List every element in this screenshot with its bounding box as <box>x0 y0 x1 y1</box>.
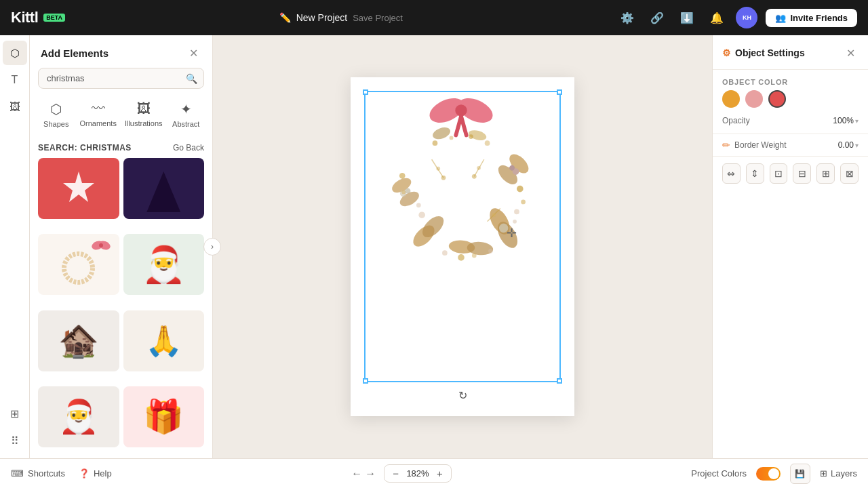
sidebar-title: Add Elements <box>41 47 108 59</box>
handle-top-left[interactable] <box>363 89 368 95</box>
search-result-label: SEARCH: CHRISTMAS <box>38 143 132 152</box>
nav-arrows: ← → <box>351 468 376 480</box>
go-back-button[interactable]: Go Back <box>173 143 204 152</box>
handle-bottom-right[interactable] <box>557 378 562 384</box>
distribute-tool-btn[interactable]: ⊠ <box>840 163 859 184</box>
pencil-icon: ✏️ <box>279 12 291 23</box>
svg-point-22 <box>521 200 526 205</box>
abstract-tab[interactable]: ✦ Abstract <box>168 96 204 134</box>
settings-icon-btn[interactable]: ⚙️ <box>616 7 638 28</box>
border-weight-row: ✏ Border Weight 0.00 ▾ <box>713 134 868 156</box>
wreath-element <box>370 84 553 281</box>
more-rail-btn[interactable]: ⠿ <box>3 428 27 453</box>
illustrations-tab[interactable]: 🖼 Illustrations <box>122 96 165 134</box>
right-sidebar-title: ⚙ Object Settings <box>722 47 805 58</box>
help-icon: ❓ <box>79 468 90 479</box>
nav-right-icon[interactable]: → <box>365 468 376 480</box>
invite-friends-button[interactable]: 👥 Invite Friends <box>766 9 857 27</box>
notification-icon-btn[interactable]: 🔔 <box>706 7 728 28</box>
svg-point-16 <box>485 140 490 146</box>
color-swatch-1[interactable] <box>722 90 740 108</box>
list-item[interactable]: 🎅 <box>123 234 205 295</box>
list-item[interactable] <box>123 158 205 219</box>
project-colors-toggle[interactable] <box>756 467 781 481</box>
save-colors-button[interactable]: 💾 <box>790 464 810 484</box>
layers-icon: ⊞ <box>820 468 827 479</box>
svg-point-15 <box>469 134 473 139</box>
left-sidebar: Add Elements ✕ 🔍 ⬡ Shapes 〰 Ornaments 🖼 … <box>30 35 213 458</box>
border-weight-label: ✏ Border Weight <box>722 140 786 150</box>
shortcuts-label: Shortcuts <box>28 468 65 479</box>
search-input[interactable] <box>38 68 204 89</box>
border-weight-value: 0.00 ▾ <box>838 140 859 150</box>
project-name[interactable]: New Project <box>296 12 347 23</box>
chimney-element: 🏚️ <box>58 325 99 357</box>
flip-v-tool-btn[interactable]: ⇕ <box>746 163 764 184</box>
download-icon-btn[interactable]: ⬇️ <box>676 7 698 28</box>
nav-left-icon[interactable]: ← <box>351 468 362 480</box>
handle-bottom-left[interactable] <box>363 378 368 384</box>
svg-point-43 <box>472 174 477 179</box>
zoom-out-button[interactable]: − <box>391 468 400 479</box>
canvas-area[interactable]: ↻ <box>213 35 712 458</box>
topbar: Kittl BETA ✏️ New Project Save Project ⚙… <box>0 0 868 35</box>
right-sidebar-close-button[interactable]: ✕ <box>842 45 859 61</box>
align-h-tool-btn[interactable]: ⊟ <box>793 163 811 184</box>
svg-point-51 <box>513 220 517 224</box>
keyboard-icon: ⌨ <box>11 468 24 479</box>
shortcuts-link[interactable]: ⌨ Shortcuts <box>11 468 65 479</box>
svg-point-50 <box>514 209 519 215</box>
list-item[interactable]: 🏚️ <box>38 310 119 371</box>
text-rail-btn[interactable]: T <box>3 68 27 92</box>
svg-point-39 <box>436 167 440 171</box>
canvas-white[interactable]: ↻ <box>351 77 574 416</box>
share-icon-btn[interactable]: 🔗 <box>646 7 668 28</box>
save-project-link[interactable]: Save Project <box>353 13 403 23</box>
gift-element: 🎁 <box>143 401 184 433</box>
svg-point-13 <box>433 140 438 146</box>
icon-rail: ⬡ T 🖼 ⊞ ⠿ <box>0 35 30 458</box>
graphics-rail-btn[interactable]: 🖼 <box>3 95 27 119</box>
nativity-element: 🙏 <box>145 326 182 356</box>
svg-point-21 <box>517 186 524 192</box>
help-link[interactable]: ❓ Help <box>79 468 112 479</box>
flip-h-tool-btn[interactable]: ⇔ <box>722 163 741 184</box>
user-avatar[interactable]: KH <box>736 7 757 28</box>
elements-rail-btn[interactable]: ⬡ <box>3 41 27 65</box>
border-chevron-icon: ▾ <box>855 142 859 149</box>
list-item[interactable]: 🎅 <box>38 386 119 447</box>
svg-point-37 <box>401 190 406 195</box>
shapes-tab[interactable]: ⬡ Shapes <box>38 96 74 134</box>
layers-rail-btn[interactable]: ⊞ <box>3 401 27 426</box>
list-item[interactable] <box>38 234 119 295</box>
right-sidebar-title-text: Object Settings <box>735 47 805 58</box>
sidebar-collapse-button[interactable]: › <box>203 238 221 256</box>
zoom-in-button[interactable]: + <box>435 468 444 479</box>
beta-badge: BETA <box>43 14 65 22</box>
align-v-tool-btn[interactable]: ⊞ <box>816 163 835 184</box>
bottombar: ⌨ Shortcuts ❓ Help ← → − 182% + Project … <box>0 458 868 488</box>
list-item[interactable]: 🙏 <box>123 310 205 371</box>
list-item[interactable] <box>38 158 119 219</box>
shapes-icon: ⬡ <box>50 101 62 117</box>
elements-grid: 🎅 🏚️ 🙏 🎅 🎁 <box>30 158 212 458</box>
svg-point-4 <box>64 253 93 282</box>
search-bar: 🔍 <box>38 68 204 89</box>
topbar-left: Kittl BETA <box>11 9 65 26</box>
color-swatch-3[interactable] <box>768 90 786 108</box>
toggle-knob <box>768 468 779 479</box>
svg-point-40 <box>441 176 446 180</box>
santa2-element: 🎅 <box>58 401 99 433</box>
handle-top-right[interactable] <box>557 89 562 95</box>
sidebar-header: Add Elements ✕ <box>30 35 212 68</box>
svg-point-46 <box>418 211 425 218</box>
opacity-value-text: 100% <box>833 116 854 125</box>
illustrations-icon: 🖼 <box>137 101 151 117</box>
crop-tool-btn[interactable]: ⊡ <box>770 163 788 184</box>
rotate-handle[interactable]: ↻ <box>457 389 468 400</box>
layers-button[interactable]: ⊞ Layers <box>820 468 857 479</box>
list-item[interactable]: 🎁 <box>123 386 205 447</box>
ornaments-tab[interactable]: 〰 Ornaments <box>77 96 119 134</box>
color-swatch-2[interactable] <box>745 90 763 108</box>
sidebar-close-button[interactable]: ✕ <box>185 45 201 61</box>
